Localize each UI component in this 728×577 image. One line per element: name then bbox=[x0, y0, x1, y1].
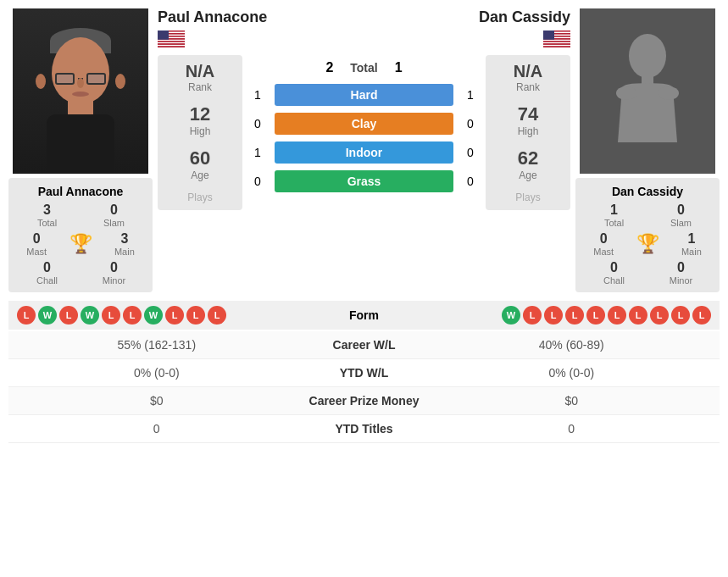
left-trophy-row: 0 Mast 🏆 3 Main bbox=[15, 228, 146, 260]
svg-rect-11 bbox=[158, 45, 185, 47]
total-label: Total bbox=[350, 61, 377, 75]
paul-nose bbox=[77, 78, 84, 88]
right-stat-grid2: 0 Chall 0 Minor bbox=[582, 260, 713, 286]
center-col: Paul Annacone Dan Cassidy bbox=[153, 8, 575, 210]
left-plays-lbl: Plays bbox=[168, 191, 232, 203]
right-chall: 0 Chall bbox=[582, 260, 646, 286]
svg-point-30 bbox=[616, 86, 636, 100]
left-main: 3 Main bbox=[114, 231, 135, 257]
clay-left: 0 bbox=[247, 117, 268, 130]
form-badge-l: L bbox=[629, 306, 647, 325]
right-stat-grid: 1 Total 0 Slam bbox=[582, 203, 713, 228]
svg-rect-13 bbox=[158, 31, 169, 40]
form-badge-l: L bbox=[102, 306, 120, 325]
ytd-titles-left: 0 bbox=[17, 422, 297, 436]
left-chall-val: 0 bbox=[15, 260, 79, 275]
right-minor-lbl: Minor bbox=[649, 275, 713, 286]
right-player-col: Dan Cassidy 1 Total 0 Slam 0 Mast bbox=[575, 8, 720, 292]
trophy-icon-right: 🏆 bbox=[636, 233, 659, 255]
right-high-lbl: High bbox=[496, 125, 560, 137]
hard-left: 1 bbox=[247, 88, 268, 102]
indoor-left: 1 bbox=[247, 146, 268, 159]
left-form-badges: LWLWLLWLLL bbox=[17, 306, 297, 325]
right-minor-val: 0 bbox=[649, 260, 713, 275]
svg-point-28 bbox=[629, 34, 666, 78]
left-stat-grid2: 0 Chall 0 Minor bbox=[15, 260, 146, 286]
form-badge-l: L bbox=[565, 306, 584, 325]
svg-rect-22 bbox=[543, 41, 570, 42]
left-main-val: 3 bbox=[114, 231, 135, 247]
grass-left: 0 bbox=[247, 175, 268, 188]
career-wl-label: Career W/L bbox=[297, 338, 432, 352]
right-mast-val: 0 bbox=[593, 231, 614, 247]
right-chall-lbl: Chall bbox=[582, 275, 646, 286]
career-prize-label: Career Prize Money bbox=[297, 394, 432, 408]
svg-rect-8 bbox=[158, 41, 185, 42]
career-wl-row: 55% (162-131) Career W/L 40% (60-89) bbox=[8, 331, 720, 359]
trophy-icon-left: 🏆 bbox=[69, 233, 92, 255]
form-badge-l: L bbox=[186, 306, 205, 325]
left-player-photo bbox=[13, 8, 148, 174]
grass-right: 0 bbox=[460, 175, 481, 188]
right-total: 1 Total bbox=[582, 203, 646, 228]
left-rank-val: N/A bbox=[168, 62, 232, 81]
hard-row: 1 Hard 1 bbox=[247, 80, 481, 109]
left-minor-lbl: Minor bbox=[82, 275, 146, 286]
svg-rect-24 bbox=[543, 43, 570, 45]
form-badge-w: W bbox=[144, 306, 163, 325]
hard-right: 1 bbox=[460, 88, 481, 102]
svg-rect-12 bbox=[158, 46, 185, 47]
left-main-lbl: Main bbox=[114, 247, 135, 257]
right-plays-lbl: Plays bbox=[496, 191, 560, 203]
paul-ear-left bbox=[36, 74, 46, 89]
left-mast-lbl: Mast bbox=[26, 247, 47, 257]
names-row: Paul Annacone Dan Cassidy bbox=[158, 8, 570, 26]
app-container: Paul Annacone 3 Total 0 Slam 0 Mast bbox=[0, 0, 728, 443]
right-main: 1 Main bbox=[681, 231, 702, 257]
svg-rect-27 bbox=[543, 31, 554, 40]
form-badge-w: W bbox=[502, 306, 520, 325]
left-high-val: 12 bbox=[168, 103, 232, 125]
form-badge-l: L bbox=[671, 306, 690, 325]
dan-silhouette bbox=[609, 32, 686, 151]
left-minor: 0 Minor bbox=[82, 260, 146, 286]
form-badge-l: L bbox=[523, 306, 542, 325]
grass-row: 0 Grass 0 bbox=[247, 167, 481, 196]
ytd-wl-left: 0% (0-0) bbox=[17, 366, 297, 380]
left-minor-val: 0 bbox=[82, 260, 146, 275]
right-slam: 0 Slam bbox=[649, 203, 713, 228]
left-chall-lbl: Chall bbox=[15, 275, 79, 286]
svg-rect-26 bbox=[543, 46, 570, 47]
us-flag-right bbox=[543, 31, 570, 47]
left-chall: 0 Chall bbox=[15, 260, 79, 286]
left-slam-val: 0 bbox=[82, 203, 146, 218]
left-player-name: Paul Annacone bbox=[15, 185, 146, 198]
career-prize-right: $0 bbox=[432, 394, 712, 408]
ytd-titles-label: YTD Titles bbox=[297, 422, 432, 436]
career-prize-left: $0 bbox=[17, 394, 297, 408]
form-badge-l: L bbox=[17, 306, 36, 325]
right-mast-lbl: Mast bbox=[593, 247, 614, 257]
right-main-val: 1 bbox=[681, 231, 702, 247]
right-total-val: 1 bbox=[582, 203, 646, 218]
left-high-lbl: High bbox=[168, 125, 232, 137]
top-bar: Paul Annacone 3 Total 0 Slam 0 Mast bbox=[0, 0, 728, 301]
right-stats-card: N/A Rank 74 High 62 Age Plays bbox=[486, 55, 570, 210]
ytd-wl-label: YTD W/L bbox=[297, 366, 432, 380]
grass-badge: Grass bbox=[275, 170, 453, 192]
indoor-row: 1 Indoor 0 bbox=[247, 138, 481, 167]
form-badge-l: L bbox=[123, 306, 142, 325]
stats-cards-row: N/A Rank 12 High 60 Age Plays 2 T bbox=[158, 55, 570, 210]
left-player-col: Paul Annacone 3 Total 0 Slam 0 Mast bbox=[8, 8, 153, 292]
svg-rect-21 bbox=[543, 40, 570, 42]
left-lens bbox=[55, 73, 75, 85]
form-badge-l: L bbox=[59, 306, 78, 325]
right-minor: 0 Minor bbox=[649, 260, 713, 286]
form-badge-l: L bbox=[165, 306, 184, 325]
right-info-card: Dan Cassidy 1 Total 0 Slam 0 Mast bbox=[575, 178, 720, 292]
form-row: LWLWLLWLLL Form WLLLLLLLLL bbox=[8, 301, 720, 330]
hard-badge: Hard bbox=[275, 84, 453, 106]
left-age-val: 60 bbox=[168, 147, 232, 169]
right-chall-val: 0 bbox=[582, 260, 646, 275]
ytd-titles-row: 0 YTD Titles 0 bbox=[8, 415, 720, 443]
